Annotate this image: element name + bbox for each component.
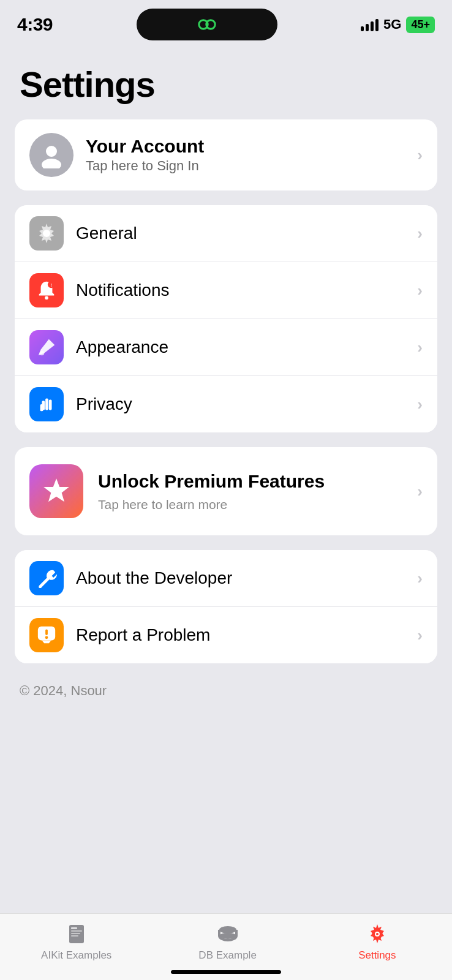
notifications-icon: ! [29,273,64,307]
svg-point-15 [45,636,48,639]
svg-point-8 [40,351,45,356]
tab-aikit[interactable]: AIKit Examples [41,922,111,962]
appearance-chevron-icon: › [417,338,423,357]
signal-bar-2 [366,24,369,31]
privacy-chevron-icon: › [417,395,423,414]
svg-point-24 [374,930,381,938]
settings-label-appearance: Appearance [76,337,417,357]
status-time: 4:39 [17,14,53,35]
svg-rect-18 [71,930,82,932]
report-problem-chevron-icon: › [417,626,423,645]
account-info: Your Account Tap here to Sign In [86,136,417,174]
general-icon [29,216,64,251]
report-icon [29,618,64,652]
svg-point-22 [219,933,236,939]
tab-settings-label: Settings [358,949,396,962]
signal-bar-1 [361,26,364,31]
bell-icon: ! [36,280,57,301]
settings-item-report-problem[interactable]: Report a Problem › [15,607,437,663]
tab-aikit-icon [65,922,88,946]
network-label: 5G [383,17,401,32]
star-icon [40,475,72,507]
general-chevron-icon: › [417,224,423,243]
tab-aikit-label: AIKit Examples [41,949,111,962]
account-title: Your Account [86,136,417,157]
svg-rect-14 [45,630,48,635]
status-bar: 4:39 5G 45+ [0,0,452,45]
tab-db[interactable]: DB Example [194,922,262,962]
copyright-text: © 2024, Nsour [0,678,452,718]
settings-label-privacy: Privacy [76,394,417,414]
premium-card[interactable]: Unlock Premium Features Tap here to lear… [15,447,437,535]
status-right: 5G 45+ [361,17,435,33]
app-logo-icon [196,13,218,36]
svg-rect-20 [71,935,78,937]
signal-bar-4 [375,19,379,31]
signal-bar-3 [371,21,374,31]
account-chevron-icon: › [417,146,423,165]
wrench-icon [36,568,57,589]
hand-icon [36,394,57,415]
svg-text:!: ! [50,282,52,288]
tab-settings[interactable]: Settings [344,922,411,962]
exclamation-bubble-icon [36,625,57,646]
settings-item-notifications[interactable]: ! Notifications › [15,262,437,319]
account-subtitle: Tap here to Sign In [86,158,417,174]
tab-db-label: DB Example [198,949,256,962]
page-title: Settings [0,45,452,119]
account-avatar [29,133,73,177]
premium-subtitle: Tap here to learn more [98,497,417,512]
notifications-chevron-icon: › [417,281,423,300]
account-row[interactable]: Your Account Tap here to Sign In › [15,119,437,190]
developer-icon [29,561,64,595]
svg-point-5 [45,296,48,300]
signal-bars [361,18,379,31]
settings-item-about-developer[interactable]: About the Developer › [15,550,437,607]
tab-settings-icon [366,922,389,946]
svg-rect-12 [40,404,43,411]
premium-title: Unlock Premium Features [98,470,417,492]
settings-label-about-developer: About the Developer [76,568,417,588]
privacy-icon [29,387,64,421]
developer-card: About the Developer › Report a Problem › [15,550,437,663]
settings-label-notifications: Notifications [76,281,417,300]
brush-icon [36,337,57,358]
settings-item-privacy[interactable]: Privacy › [15,376,437,432]
settings-label-general: General [76,224,417,243]
gear-icon [36,222,58,244]
about-developer-chevron-icon: › [417,569,423,588]
premium-chevron-icon: › [417,482,423,501]
svg-rect-10 [45,399,48,410]
svg-point-21 [219,926,236,933]
premium-info: Unlock Premium Features Tap here to lear… [98,470,417,512]
settings-item-appearance[interactable]: Appearance › [15,319,437,376]
svg-rect-19 [71,933,80,934]
appearance-icon [29,330,64,364]
svg-point-3 [42,159,61,168]
person-icon [38,141,65,168]
settings-label-report-problem: Report a Problem [76,625,417,645]
premium-row[interactable]: Unlock Premium Features Tap here to lear… [15,447,437,535]
settings-list-card: General › ! Notifications › Appearance › [15,205,437,432]
tab-db-icon [216,922,239,946]
account-card[interactable]: Your Account Tap here to Sign In › [15,119,437,190]
svg-rect-17 [71,927,77,929]
svg-rect-11 [49,399,52,410]
home-indicator [171,970,281,974]
premium-icon [29,464,83,518]
svg-point-2 [46,146,57,157]
battery-badge: 45+ [406,17,435,33]
status-pill [137,9,277,40]
settings-item-general[interactable]: General › [15,205,437,262]
tab-bar: AIKit Examples DB Example Settings [0,913,452,980]
